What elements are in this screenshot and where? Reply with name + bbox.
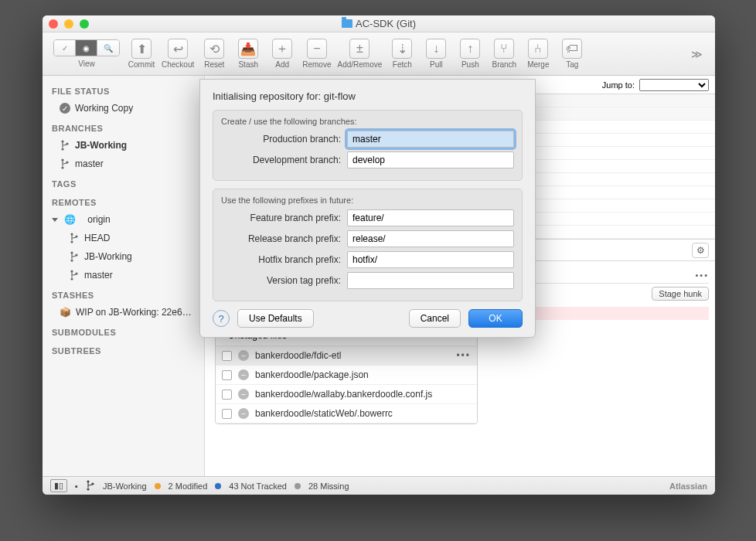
fetch-icon: ⇣ <box>392 39 412 59</box>
toolbar-stash-button[interactable]: 📥Stash <box>231 36 265 72</box>
section-stashes: STASHES <box>43 286 204 301</box>
toolbar-remove-button[interactable]: −Remove <box>299 36 334 72</box>
release-prefix-input[interactable] <box>347 230 514 247</box>
close-window-button[interactable] <box>49 19 58 29</box>
unstaged-file-row[interactable]: −bankerdoodle/staticWeb/.bowerrc <box>216 404 477 424</box>
prefixes-group-label: Use the following prefixes in future: <box>221 196 514 205</box>
branch-icon <box>60 140 70 151</box>
add-icon: ＋ <box>272 39 292 59</box>
toolbar-reset-button[interactable]: ⟲Reset <box>197 36 231 72</box>
svg-point-2 <box>61 148 63 150</box>
jump-select[interactable] <box>639 79 709 91</box>
sidebar-remote-origin[interactable]: 🌐 origin <box>43 212 204 227</box>
stash-icon: 📥 <box>238 39 258 59</box>
branch-icon <box>60 158 70 169</box>
commit-icon: ⬆ <box>131 39 152 59</box>
view-label: View <box>78 60 95 68</box>
untracked-count: 43 Not Tracked <box>229 481 287 491</box>
remove-icon: − <box>238 350 249 361</box>
view-mode-1[interactable]: ✓ <box>54 40 76 56</box>
section-subtrees: SUBTREES <box>43 342 204 357</box>
release-prefix-label: Release branch prefix: <box>221 233 341 244</box>
development-branch-input[interactable] <box>347 151 514 168</box>
unstaged-file-row[interactable]: −bankerdoodle/package.json <box>216 366 477 385</box>
unstaged-file-row[interactable]: −bankerdoodle/fdic-etl••• <box>216 346 477 366</box>
toolbar-add-button[interactable]: ＋Add <box>265 36 299 72</box>
ok-button[interactable]: OK <box>468 309 523 328</box>
remove-icon: − <box>307 39 327 59</box>
unstaged-file-row[interactable]: −bankerdoodle/wallaby.bankerdoodle.conf.… <box>216 385 477 404</box>
branch-icon <box>69 270 80 281</box>
cancel-button[interactable]: Cancel <box>409 309 461 328</box>
modified-count: 2 Modified <box>169 481 208 491</box>
toolbar-overflow-button[interactable]: ≫ <box>686 48 707 60</box>
toolbar-checkout-button[interactable]: ↩Checkout <box>158 36 197 72</box>
modified-dot-icon <box>155 483 161 489</box>
stage-checkbox[interactable] <box>222 370 232 380</box>
toolbar-push-button[interactable]: ↑Push <box>453 36 487 72</box>
pull-icon: ↓ <box>426 39 446 59</box>
remove-icon: − <box>238 408 249 419</box>
add/remove-icon: ± <box>349 39 369 59</box>
toolbar-addremove-button[interactable]: ±Add/Remove <box>335 36 386 72</box>
help-button[interactable]: ? <box>213 310 230 327</box>
zoom-window-button[interactable] <box>80 19 89 29</box>
view-mode-search[interactable]: 🔍 <box>97 40 119 56</box>
svg-point-17 <box>87 488 89 490</box>
merge-icon: ⑃ <box>528 39 548 59</box>
toolbar-branch-button[interactable]: ⑂Branch <box>487 36 521 72</box>
check-icon: ✓ <box>60 103 70 114</box>
version-prefix-input[interactable] <box>347 272 514 289</box>
file-actions-button[interactable]: ••• <box>695 270 709 280</box>
missing-count: 28 Missing <box>308 481 349 491</box>
unstaged-files-panel: Unstaged files −bankerdoodle/fdic-etl•••… <box>215 325 478 424</box>
options-gear-button[interactable]: ⚙ <box>692 243 709 258</box>
stage-checkbox[interactable] <box>222 390 232 400</box>
production-branch-label: Production branch: <box>221 134 341 145</box>
dialog-title: Initialising repository for: git-flow <box>213 90 523 102</box>
sidebar-stash-item[interactable]: 📦WIP on JB-Working: 22e69c8 lot <box>43 305 204 320</box>
toolbar-fetch-button[interactable]: ⇣Fetch <box>385 36 419 72</box>
stash-icon: 📦 <box>60 307 71 318</box>
toolbar-merge-button[interactable]: ⑃Merge <box>521 36 555 72</box>
remove-icon: − <box>238 389 249 400</box>
version-prefix-label: Version tag prefix: <box>221 275 341 286</box>
use-defaults-button[interactable]: Use Defaults <box>237 309 314 328</box>
file-more-button[interactable]: ••• <box>456 350 471 361</box>
sidebar-remote-head[interactable]: HEAD <box>43 230 204 246</box>
production-branch-input[interactable] <box>347 131 514 148</box>
window-title: AC-SDK (Git) <box>43 18 715 29</box>
window-title-text: AC-SDK (Git) <box>356 18 416 29</box>
disclosure-triangle-icon[interactable] <box>52 218 58 222</box>
svg-point-14 <box>70 277 73 280</box>
branch-icon <box>86 480 95 492</box>
titlebar: AC-SDK (Git) <box>43 15 715 32</box>
toolbar-commit-button[interactable]: ⬆Commit <box>124 36 158 72</box>
sidebar-item-working-copy[interactable]: ✓Working Copy <box>43 100 204 116</box>
view-switcher[interactable]: ✓ ◉ 🔍 View <box>50 36 123 71</box>
section-branches: BRANCHES <box>43 119 204 134</box>
minimize-window-button[interactable] <box>64 19 73 29</box>
checkout-icon: ↩ <box>168 39 188 59</box>
toolbar-pull-button[interactable]: ↓Pull <box>419 36 453 72</box>
stage-checkbox[interactable] <box>222 409 232 419</box>
toolbar-tag-button[interactable]: 🏷Tag <box>555 36 589 72</box>
brand-label: Atlassian <box>669 481 707 491</box>
sidebar-remote-master[interactable]: master <box>43 267 204 283</box>
branches-group: Create / use the following branches: Pro… <box>213 110 523 181</box>
section-file-status: FILE STATUS <box>43 82 204 97</box>
view-mode-2[interactable]: ◉ <box>76 40 97 56</box>
branch-icon <box>69 251 80 262</box>
terminal-icon[interactable]: ▪ <box>75 481 78 491</box>
stage-checkbox[interactable] <box>222 351 232 361</box>
svg-point-11 <box>70 259 73 261</box>
hotfix-prefix-input[interactable] <box>347 251 514 268</box>
traffic-lights <box>49 19 89 29</box>
sidebar-branch-jb-working[interactable]: JB-Working <box>43 138 204 153</box>
layout-toggle-icon[interactable]: ▮▯ <box>50 479 67 492</box>
remove-icon: − <box>238 369 249 380</box>
sidebar-remote-jb-working[interactable]: JB-Working <box>43 249 204 264</box>
sidebar-branch-master[interactable]: master <box>43 156 204 172</box>
feature-prefix-input[interactable] <box>347 209 514 226</box>
stage-hunk-button[interactable]: Stage hunk <box>652 287 709 301</box>
